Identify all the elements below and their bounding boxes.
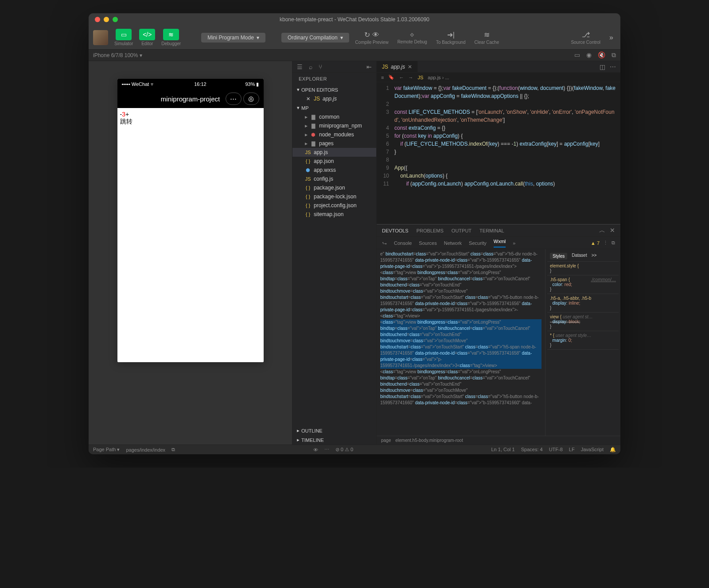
code-editor[interactable]: 1var fakeWindow = {};var fakeDocument = … [377,82,620,224]
avatar[interactable] [93,30,108,45]
language[interactable]: JavaScript [581,447,604,453]
phone-frame: ••••• WeChat ᯤ 16:12 93% ▮ miniprogram-p… [117,79,264,362]
device-select[interactable]: iPhone 6/7/8 100% ▾ [93,52,142,58]
tree-item[interactable]: JS app.js [292,148,376,157]
more-icon[interactable]: ⋯ [324,447,329,453]
split-icon[interactable]: ◫ [600,63,605,70]
encoding[interactable]: UTF-8 [549,447,563,453]
element-picker-icon[interactable]: ⮑ [382,240,387,246]
preview-icon[interactable]: 👁 [313,447,318,453]
tree-item[interactable]: { } app.json [292,157,376,166]
tree-item[interactable]: ▸ ▇ pages [292,139,376,148]
simulator-button[interactable]: ▭Simulator [114,29,133,46]
remote-debug-button[interactable]: ⟐Remote Debug [395,31,430,44]
cursor-pos[interactable]: Ln 1, Col 1 [491,447,515,453]
tree-item[interactable]: ▸ ⬢ node_modules [292,130,376,139]
capsule-menu-icon[interactable]: ⋯ [226,93,242,105]
bell-icon[interactable]: 🔔 [610,447,616,453]
device-bar: iPhone 6/7/8 100% ▾ ▭ ◉ 🔇 ⧉ [89,50,620,61]
toolbar: ▭Simulator </>Editor ≋Debugger Mini Prog… [89,26,620,50]
record-icon[interactable]: ◉ [586,51,592,59]
close-tab-icon[interactable]: ✕ [408,64,412,70]
style-rule[interactable]: element.style {} [547,262,619,275]
editor-tab[interactable]: JS app.js ✕ [377,61,418,72]
open-editor-file[interactable]: ✕JS app.js [292,94,376,103]
explorer-panel: ☰ ⌕ ⑂ ⇤ EXPLORER ▾ OPEN EDITORS ✕JS app.… [292,61,377,445]
terminal-tab[interactable]: TERMINAL [479,228,504,233]
security-tab[interactable]: Security [469,240,487,246]
copy-path-icon[interactable]: ⧉ [171,447,175,453]
breadcrumb: ≡ 🔖 ← → JSapp.js › ... [377,73,620,82]
tree-item[interactable]: { } package.json [292,183,376,192]
device-icon[interactable]: ▭ [574,51,580,59]
tree-item[interactable]: ⬢ app.wxss [292,166,376,174]
error-warn[interactable]: ⊘ 0 ⚠ 0 [335,447,353,453]
tree-item[interactable]: ▸ ▇ miniprogram_npm [292,121,376,130]
styles-subtab[interactable]: Styles [550,253,567,259]
back-icon[interactable]: ← [399,75,404,80]
root-folder[interactable]: ▾ MP [292,103,376,112]
editor-button[interactable]: </>Editor [139,29,155,46]
problems-tab[interactable]: PROBLEMS [417,228,444,233]
console-tab[interactable]: Console [394,240,412,246]
maximize-icon[interactable] [113,17,118,22]
minimize-icon[interactable] [104,17,109,22]
tree-item[interactable]: JS config.js [292,174,376,183]
kebab-icon[interactable]: ⋮ [603,240,608,246]
copy-icon[interactable]: ⧉ [612,51,616,59]
wxml-tab[interactable]: Wxml [494,239,506,248]
compile-preview-button[interactable]: ↻ 👁Compile Preview [353,31,391,45]
branch-icon[interactable]: ⑂ [319,63,322,70]
phone-body[interactable]: -3+ 跳转 [117,108,264,128]
capsule-close-icon[interactable]: ◎ [243,93,259,105]
tree-item[interactable]: { } sitemap.json [292,210,376,219]
indent[interactable]: Spaces: 4 [521,447,543,453]
sources-tab[interactable]: Sources [419,240,436,246]
dock-icon[interactable]: ⧉ [612,240,615,246]
tree-item[interactable]: ▸ ▇ common [292,112,376,121]
more-subtab[interactable]: >> [592,253,597,259]
dataset-subtab[interactable]: Dataset [572,253,587,259]
page-path-label[interactable]: Page Path ▾ [93,447,120,453]
simulator-panel: ••••• WeChat ᯤ 16:12 93% ▮ miniprogram-p… [89,61,292,445]
debugger-button[interactable]: ≋Debugger [161,29,181,46]
close-icon[interactable] [95,17,100,22]
style-rule[interactable]: * { user agent style… margin: 0;} [547,331,619,350]
more-icon[interactable]: ⋯ [610,63,616,70]
open-editors-section[interactable]: ▾ OPEN EDITORS [292,85,376,94]
bookmark-icon[interactable]: 🔖 [388,74,394,80]
network-tab[interactable]: Network [444,240,462,246]
to-background-button[interactable]: ➜|To Background [433,31,468,45]
mode-select[interactable]: Mini Program Mode▾ [201,33,265,43]
eol[interactable]: LF [569,447,575,453]
phone-navbar: miniprogram-project ⋯ ◎ [117,89,264,108]
mute-icon[interactable]: 🔇 [598,51,605,59]
more-tabs-icon[interactable]: » [513,240,515,246]
wxml-tree[interactable]: e" bindtouchstart=class="val">"onTouchSt… [377,249,545,436]
collapse-icon[interactable]: ⇤ [366,63,372,70]
close-icon[interactable]: ✕ [610,227,615,235]
chevron-up-icon[interactable]: ︿ [599,227,605,235]
tree-item[interactable]: { } package-lock.json [292,192,376,201]
output-tab[interactable]: OUTPUT [452,228,471,233]
clear-cache-button[interactable]: ≋Clear Cache [472,31,502,45]
tree-item[interactable]: { } project.config.json [292,201,376,210]
editor-tabs: JS app.js ✕ ◫ ⋯ [377,61,620,73]
editor-panel: JS app.js ✕ ◫ ⋯ ≡ 🔖 ← → JSapp.js › ... 1… [377,61,620,445]
styles-tabs: Styles Dataset >> [547,251,619,262]
toggle-icon[interactable]: ≡ [381,75,384,80]
style-rule[interactable]: view { user agent st… display: block;} [547,313,619,331]
style-rule[interactable]: .h5-a, .h5-abbr, .h5-b display: inline;} [547,294,619,313]
forward-icon[interactable]: → [408,75,413,80]
list-icon[interactable]: ☰ [297,63,303,70]
style-rule[interactable]: .h5-span { ./common/… color: red;} [547,275,619,294]
search-icon[interactable]: ⌕ [309,63,312,70]
devtools-header: DEVTOOLS PROBLEMS OUTPUT TERMINAL ︿✕ [377,224,620,237]
devtools-tab[interactable]: DEVTOOLS [382,228,409,233]
timeline-section[interactable]: ▸ TIMELINE [292,435,376,445]
compile-select[interactable]: Ordinary Compilation▾ [281,33,349,43]
more-icon[interactable]: » [607,34,616,42]
outline-section[interactable]: ▸ OUTLINE [292,426,376,435]
source-control-button[interactable]: ⎇Source Control [568,31,603,45]
warning-badge[interactable]: ▲ 7 [591,240,600,246]
